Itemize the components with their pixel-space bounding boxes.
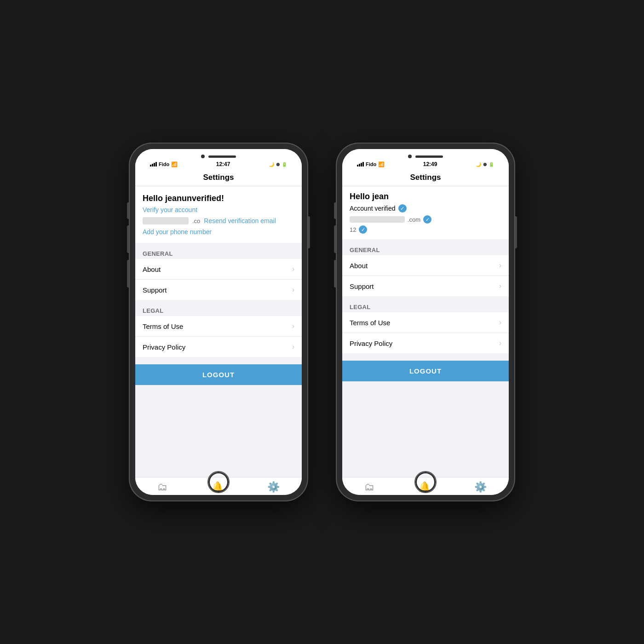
tab-files-2[interactable]: 🗂	[364, 481, 374, 493]
mute-button	[127, 202, 129, 219]
about-chevron-icon-2: ›	[499, 261, 501, 270]
signal-bar-2-4	[362, 162, 364, 167]
phone-body-verified: Fido 📶 12:49 🌙 ⊛ 🔋 Settings	[336, 143, 515, 501]
wifi-icon-2: 📶	[378, 161, 385, 167]
moon-icon: 🌙	[269, 162, 274, 167]
battery-icon-2: 🔋	[489, 162, 494, 167]
general-list-2: About › Support ›	[342, 255, 509, 296]
spacer-after-logout-2	[342, 381, 509, 385]
email-check-badge: ✓	[423, 215, 431, 224]
camera-bar	[143, 153, 294, 159]
terms-label-2: Terms of Use	[350, 319, 390, 327]
email-verified-row: .com ✓	[350, 215, 501, 224]
signal-bar-2	[152, 164, 153, 167]
files-tab-icon-2: 🗂	[364, 481, 374, 493]
privacy-item[interactable]: Privacy Policy ›	[135, 337, 302, 357]
terms-item-2[interactable]: Terms of Use ›	[342, 312, 509, 333]
files-tab-icon: 🗂	[157, 481, 167, 493]
tab-settings[interactable]: ⚙️	[267, 481, 280, 493]
status-left-2: Fido 📶	[357, 161, 385, 167]
account-verified-row: Account verified ✓	[350, 204, 501, 213]
home-button-unverified[interactable]	[207, 471, 230, 493]
nav-title-verified: Settings	[342, 169, 509, 186]
volume-down-button	[127, 260, 129, 288]
status-bar-unverified: Fido 📶 12:47 🌙 ⊛ 🔋	[143, 159, 294, 169]
phone-body-unverified: Fido 📶 12:47 🌙 ⊛ 🔋 Settings	[129, 143, 308, 501]
email-blurred-verified	[350, 216, 405, 223]
email-blurred	[143, 217, 189, 224]
phone-unverified: Fido 📶 12:47 🌙 ⊛ 🔋 Settings	[129, 143, 308, 501]
camera-dot-2	[408, 155, 412, 158]
general-section-header: General	[135, 247, 302, 259]
terms-label: Terms of Use	[143, 322, 183, 330]
volume-up-button	[127, 225, 129, 253]
privacy-chevron-icon-2: ›	[499, 339, 501, 347]
phone-check-badge: ✓	[359, 225, 367, 234]
resend-verification-link[interactable]: Resend verification email	[204, 217, 276, 224]
about-chevron-icon: ›	[292, 265, 294, 273]
speaker-bar-2	[415, 155, 443, 158]
bluetooth-icon: ⊛	[276, 162, 280, 167]
screen-verified: Fido 📶 12:49 🌙 ⊛ 🔋 Settings	[342, 149, 509, 495]
time-display-2: 12:49	[423, 161, 437, 167]
signal-bar-2-1	[357, 165, 358, 167]
privacy-label-2: Privacy Policy	[350, 339, 392, 347]
status-right: 🌙 ⊛ 🔋	[269, 162, 287, 167]
email-domain-verified: .com	[408, 216, 420, 223]
support-chevron-icon-2: ›	[499, 282, 501, 290]
moon-icon-2: 🌙	[476, 162, 481, 167]
verify-account-link[interactable]: Verify your account	[143, 206, 294, 213]
mute-button-2	[334, 202, 336, 219]
spacer-after-verified	[342, 239, 509, 243]
general-section-header-2: General	[342, 243, 509, 255]
privacy-item-2[interactable]: Privacy Policy ›	[342, 333, 509, 353]
time-display: 12:47	[216, 161, 230, 167]
privacy-chevron-icon: ›	[292, 343, 294, 351]
support-item-2[interactable]: Support ›	[342, 276, 509, 296]
volume-up-button-2	[334, 225, 336, 253]
spacer-after-logout	[135, 385, 302, 389]
verified-check-badge: ✓	[398, 204, 407, 213]
scroll-area-verified[interactable]: Hello jean Account verified ✓ .com ✓	[342, 186, 509, 477]
signal-bar-2-3	[361, 163, 362, 167]
support-label-2: Support	[350, 282, 374, 290]
camera-bar-2	[350, 153, 501, 159]
home-button-verified[interactable]	[414, 471, 437, 493]
about-item[interactable]: About ›	[135, 259, 302, 280]
screen-content-unverified: Hello jeanunverified! Verify your accoun…	[135, 186, 302, 495]
logout-button[interactable]: LOGOUT	[135, 364, 302, 385]
screen-content-verified: Hello jean Account verified ✓ .com ✓	[342, 186, 509, 495]
screen-top: Fido 📶 12:47 🌙 ⊛ 🔋	[135, 149, 302, 169]
carrier-label-2: Fido	[366, 161, 376, 167]
power-button-2	[515, 216, 517, 248]
terms-item[interactable]: Terms of Use ›	[135, 316, 302, 337]
add-phone-link[interactable]: Add your phone number	[143, 228, 294, 236]
spacer-before-logout-2	[342, 353, 509, 357]
signal-bar-1	[150, 165, 151, 167]
account-verified-label: Account verified	[350, 205, 396, 212]
about-item-2[interactable]: About ›	[342, 255, 509, 276]
nav-title-unverified: Settings	[135, 169, 302, 186]
screen-top-2: Fido 📶 12:49 🌙 ⊛ 🔋	[342, 149, 509, 169]
username-label-2: jean	[372, 192, 389, 201]
volume-down-button-2	[334, 260, 336, 288]
signal-bars-icon-2	[357, 162, 364, 167]
privacy-label: Privacy Policy	[143, 343, 185, 351]
status-left: Fido 📶	[150, 161, 178, 167]
gear-icon-2: ⚙️	[474, 481, 487, 493]
scroll-area-unverified[interactable]: Hello jeanunverified! Verify your accoun…	[135, 186, 302, 477]
phone-number-row: 12 ✓	[350, 225, 501, 234]
about-label: About	[143, 265, 161, 273]
logout-button-2[interactable]: LOGOUT	[342, 361, 509, 381]
tab-settings-2[interactable]: ⚙️	[474, 481, 487, 493]
spacer-after-account	[135, 243, 302, 247]
bluetooth-icon-2: ⊛	[483, 162, 487, 167]
camera-dot	[201, 155, 205, 158]
spacer-before-legal-2	[342, 296, 509, 300]
speaker-bar	[208, 155, 236, 158]
greeting-label: Hello	[143, 194, 165, 203]
tab-files[interactable]: 🗂	[157, 481, 167, 493]
hello-text-unverified: Hello jeanunverified!	[143, 194, 294, 203]
legal-section-header-2: Legal	[342, 300, 509, 312]
support-item[interactable]: Support ›	[135, 280, 302, 300]
